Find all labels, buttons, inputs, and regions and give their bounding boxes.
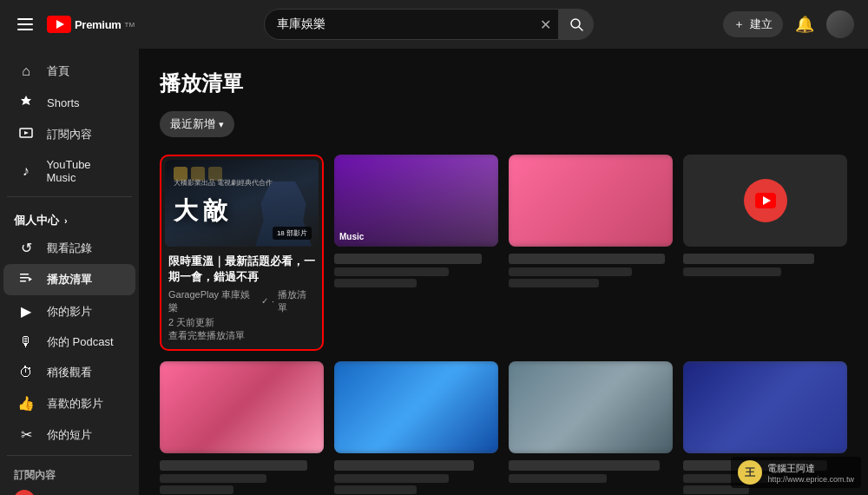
verified-icon: ✓ bbox=[261, 296, 268, 306]
video-card-3[interactable] bbox=[509, 155, 673, 351]
sidebar-ytmusic-label: YouTube Music bbox=[47, 158, 122, 184]
sidebar-playlists-label: 播放清單 bbox=[47, 272, 92, 287]
video-thumbnail-7 bbox=[509, 361, 673, 453]
sidebar-subscription-1[interactable] bbox=[0, 485, 139, 495]
your-videos-icon: ▶ bbox=[17, 303, 35, 320]
sidebar-item-your-videos[interactable]: ▶ 你的影片 bbox=[3, 296, 135, 327]
page-title: 播放清單 bbox=[160, 69, 847, 97]
watermark: 王 電腦王阿達 http://www.eprice.com.tw bbox=[731, 457, 861, 488]
personal-section-title[interactable]: 個人中心 › bbox=[0, 202, 139, 232]
video-meta-2 bbox=[334, 267, 449, 276]
sidebar-history-label: 觀看記錄 bbox=[47, 241, 92, 256]
main-content: 播放清單 最近新增 ▾ bbox=[139, 49, 868, 495]
youtube-logo-icon bbox=[47, 16, 71, 33]
sidebar: ⌂ 首頁 Shorts 訂閱內容 ♪ YouTube Music 個人中心 › … bbox=[0, 49, 139, 495]
video-meta-7 bbox=[509, 474, 607, 483]
video-thumbnail-3 bbox=[509, 155, 673, 247]
svg-marker-9 bbox=[29, 277, 32, 281]
premium-label: Premium bbox=[75, 18, 122, 31]
sidebar-yourshorts-label: 你的短片 bbox=[47, 427, 92, 443]
sidebar-item-subscriptions[interactable]: 訂閱內容 bbox=[3, 119, 135, 150]
trademark-label: TM bbox=[125, 21, 135, 29]
sidebar-podcast-label: 你的 Podcast bbox=[47, 334, 114, 350]
header-left: Premium TM bbox=[14, 15, 135, 34]
header-right: ＋ 建立 🔔 bbox=[723, 10, 854, 39]
filter-label: 最近新增 bbox=[170, 116, 215, 132]
sidebar-liked-label: 喜歡的影片 bbox=[47, 396, 103, 412]
subscriptions-icon bbox=[17, 126, 35, 143]
sidebar-item-podcast[interactable]: 🎙 你的 Podcast bbox=[3, 327, 135, 357]
video-thumbnail-6 bbox=[334, 361, 498, 453]
plus-icon: ＋ bbox=[733, 16, 745, 32]
featured-title: 限時重溫｜最新話題必看，一期一會，錯過不再 bbox=[168, 254, 315, 285]
film-title-text: 大敵 bbox=[174, 195, 233, 228]
search-input[interactable] bbox=[265, 17, 533, 31]
search-container: ✕ bbox=[148, 9, 709, 40]
logo-container[interactable]: Premium TM bbox=[47, 16, 135, 33]
video-title-6 bbox=[334, 460, 474, 471]
channel-logo bbox=[744, 179, 787, 222]
sidebar-item-shorts[interactable]: Shorts bbox=[3, 87, 135, 118]
notification-button[interactable]: 🔔 bbox=[790, 10, 819, 39]
ytmusic-icon: ♪ bbox=[17, 163, 35, 179]
personal-section-label: 個人中心 bbox=[14, 213, 59, 228]
filter-bar: 最近新增 ▾ bbox=[160, 111, 847, 137]
video-thumbnail-8 bbox=[683, 361, 847, 453]
search-bar: ✕ bbox=[264, 9, 559, 40]
featured-thumb-bg: 大橋影業出品 電視劇經典代合作 大敵 18 部影片 bbox=[165, 160, 319, 247]
video-card-2[interactable]: Music bbox=[334, 155, 498, 351]
video-title-7 bbox=[509, 460, 660, 471]
sidebar-item-your-shorts[interactable]: ✂ 你的短片 bbox=[3, 419, 135, 450]
video-info-3 bbox=[509, 247, 673, 291]
video-info-5 bbox=[160, 453, 324, 495]
your-shorts-icon: ✂ bbox=[17, 426, 35, 443]
video-thumbnail-2: Music bbox=[334, 155, 498, 247]
dropdown-arrow-icon: ▾ bbox=[219, 119, 224, 130]
sidebar-item-home[interactable]: ⌂ 首頁 bbox=[3, 56, 135, 86]
sidebar-divider-1 bbox=[7, 196, 132, 197]
hamburger-button[interactable] bbox=[14, 15, 36, 34]
sidebar-item-history[interactable]: ↺ 觀看記錄 bbox=[3, 233, 135, 263]
featured-thumbnail: 大橋影業出品 電視劇經典代合作 大敵 18 部影片 bbox=[165, 160, 319, 247]
featured-view-all: 查看完整播放清單 bbox=[168, 329, 315, 342]
video-card-5[interactable] bbox=[160, 361, 324, 495]
sidebar-item-ytmusic[interactable]: ♪ YouTube Music bbox=[3, 151, 135, 191]
video-meta-4 bbox=[683, 267, 781, 276]
svg-rect-6 bbox=[20, 274, 29, 275]
video-thumbnail-4 bbox=[683, 155, 847, 247]
video-meta2-5 bbox=[160, 485, 233, 494]
sidebar-item-playlists[interactable]: 播放清單 bbox=[3, 264, 135, 295]
video-title-3 bbox=[509, 254, 665, 264]
video-title-2 bbox=[334, 254, 482, 264]
sidebar-shorts-label: Shorts bbox=[47, 96, 80, 109]
svg-marker-5 bbox=[24, 131, 29, 135]
svg-rect-7 bbox=[20, 277, 29, 279]
sidebar-subscriptions-label: 訂閱內容 bbox=[47, 127, 92, 142]
watermark-info: 電腦王阿達 http://www.eprice.com.tw bbox=[767, 462, 854, 484]
video-card-6[interactable] bbox=[334, 361, 498, 495]
channel-dot: · bbox=[272, 296, 274, 307]
film-count-badge: 18 部影片 bbox=[273, 227, 312, 240]
video-info-6 bbox=[334, 453, 498, 495]
video-card-4[interactable] bbox=[683, 155, 847, 351]
video-title-4 bbox=[683, 254, 814, 264]
featured-card[interactable]: 大橋影業出品 電視劇經典代合作 大敵 18 部影片 bbox=[160, 155, 324, 351]
sidebar-item-liked[interactable]: 👍 喜歡的影片 bbox=[3, 388, 135, 419]
sidebar-item-watch-later[interactable]: ⏱ 稍後觀看 bbox=[3, 358, 135, 387]
avatar[interactable] bbox=[826, 10, 854, 38]
create-button[interactable]: ＋ 建立 bbox=[723, 11, 783, 37]
video-thumbnail-5 bbox=[160, 361, 324, 453]
svg-line-3 bbox=[579, 27, 582, 30]
playlist-type: 播放清單 bbox=[278, 288, 315, 314]
search-clear-icon[interactable]: ✕ bbox=[533, 16, 558, 33]
subscription-section-label: 訂閱內容 bbox=[0, 461, 139, 485]
channel-name: GaragePlay 車庫娛樂 bbox=[168, 288, 258, 314]
video-info-2 bbox=[334, 247, 498, 291]
app-header: Premium TM ✕ ＋ 建立 🔔 bbox=[0, 0, 868, 49]
video-card-7[interactable] bbox=[509, 361, 673, 495]
chevron-right-icon: › bbox=[64, 215, 68, 226]
filter-recent-button[interactable]: 最近新增 ▾ bbox=[160, 111, 234, 137]
bell-icon: 🔔 bbox=[795, 16, 814, 33]
search-button[interactable] bbox=[559, 9, 594, 40]
watermark-url: http://www.eprice.com.tw bbox=[767, 475, 854, 484]
